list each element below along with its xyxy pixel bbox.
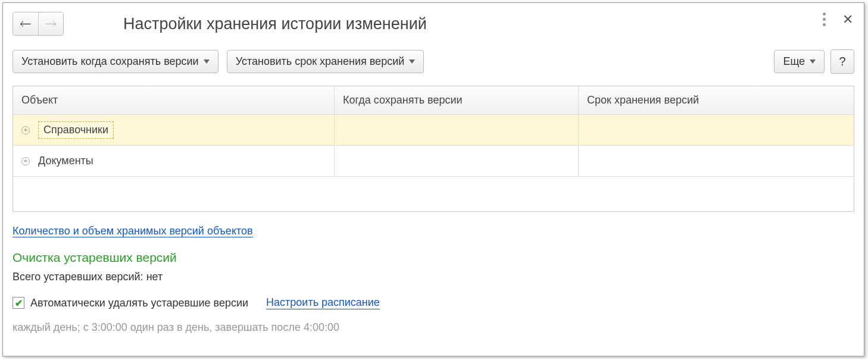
more-button[interactable]: Еще (774, 50, 825, 73)
chevron-down-icon (409, 60, 415, 64)
toolbar: Установить когда сохранять версии Устано… (13, 49, 854, 74)
count-volume-link[interactable]: Количество и объем хранимых версий объек… (13, 225, 253, 237)
window-header: 🡐 🡒 Настройки хранения истории изменений… (13, 9, 854, 39)
chevron-down-icon (810, 60, 816, 64)
auto-delete-checkbox[interactable]: ✔ (13, 297, 24, 309)
set-retention-button[interactable]: Установить срок хранения версий (227, 50, 424, 73)
toolbar-right-group: Еще ? (774, 49, 854, 74)
nav-forward-button[interactable]: 🡒 (38, 12, 63, 35)
arrow-right-icon: 🡒 (45, 17, 57, 31)
auto-delete-label: Автоматически удалять устаревшие версии (30, 297, 248, 309)
set-when-save-label: Установить когда сохранять версии (21, 55, 199, 68)
close-icon[interactable]: ✕ (842, 13, 853, 26)
kebab-menu-icon[interactable] (823, 12, 826, 26)
outdated-count-value: нет (146, 271, 163, 283)
set-when-save-button[interactable]: Установить когда сохранять версии (13, 50, 218, 73)
nav-button-group: 🡐 🡒 (13, 12, 64, 36)
table-header-row: Объект Когда сохранять версии Срок хране… (13, 86, 854, 115)
more-label: Еще (783, 55, 805, 68)
window-title: Настройки хранения истории изменений (123, 15, 427, 33)
window-controls: ✕ (823, 12, 853, 26)
settings-window: 🡐 🡒 Настройки хранения истории изменений… (2, 2, 864, 356)
object-label: Документы (38, 155, 93, 167)
cell-when-save (335, 146, 579, 176)
set-retention-label: Установить срок хранения версий (236, 55, 405, 68)
help-button[interactable]: ? (830, 49, 854, 74)
cleanup-section-title: Очистка устаревших версий (13, 251, 854, 265)
cell-retention (579, 146, 854, 176)
configure-schedule-link[interactable]: Настроить расписание (266, 296, 380, 309)
object-label: Справочники (38, 121, 114, 139)
column-header-retention[interactable]: Срок хранения версий (579, 86, 854, 114)
expand-icon[interactable]: + (21, 126, 30, 134)
cell-retention (579, 115, 854, 145)
schedule-summary: каждый день; с 3:00:00 один раз в день, … (13, 321, 854, 334)
table-row[interactable]: + Справочники (13, 115, 854, 146)
outdated-count-line: Всего устаревших версий: нет (13, 271, 854, 283)
column-header-when-save[interactable]: Когда сохранять версии (335, 86, 579, 114)
arrow-left-icon: 🡐 (20, 17, 32, 31)
count-volume-link-row: Количество и объем хранимых версий объек… (13, 225, 854, 237)
column-header-object[interactable]: Объект (13, 86, 335, 114)
chevron-down-icon (204, 60, 210, 64)
question-icon: ? (839, 55, 845, 68)
table-row[interactable]: + Документы (13, 146, 854, 177)
cell-object: + Справочники (13, 115, 335, 145)
expand-icon[interactable]: + (21, 157, 30, 165)
cell-object: + Документы (13, 146, 335, 176)
objects-table: Объект Когда сохранять версии Срок хране… (13, 86, 854, 212)
checkmark-icon: ✔ (15, 298, 23, 309)
auto-delete-row: ✔ Автоматически удалять устаревшие верси… (13, 296, 854, 309)
outdated-count-label: Всего устаревших версий: (13, 271, 143, 283)
nav-back-button[interactable]: 🡐 (13, 12, 38, 35)
cell-when-save (335, 115, 579, 145)
